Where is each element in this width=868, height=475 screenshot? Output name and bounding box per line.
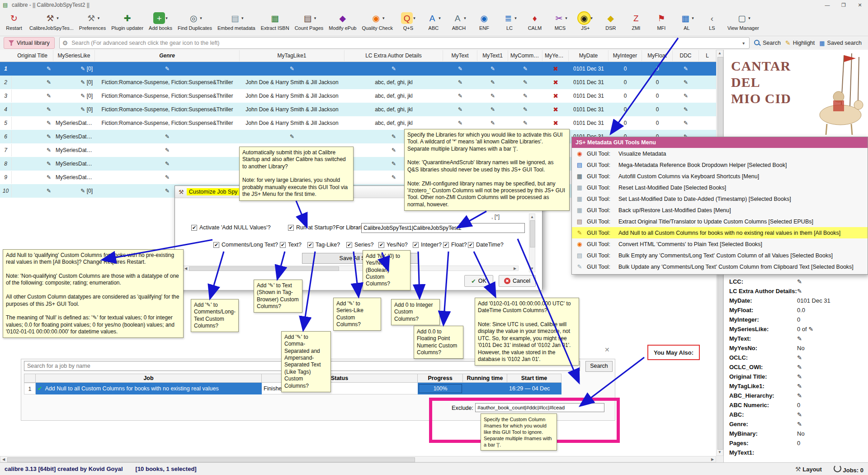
column-header[interactable]: Start time [507, 374, 561, 383]
toolbar-item-mcs[interactable]: ✂▾MCS [548, 11, 572, 31]
checkbox-comments-long-text[interactable]: ✔Comments/Long Text? [213, 242, 278, 248]
checkbox-float[interactable]: ✔Float? [443, 242, 467, 248]
toolbar-item-embed-metadata[interactable]: ▤▾Embed metadata [215, 11, 258, 31]
table-row[interactable]: 3✎✎ [0]Fiction:Romance-Suspense, Fiction… [0, 89, 716, 103]
table-row[interactable]: 2✎✎ [0]Fiction:Romance-Suspense, Fiction… [0, 76, 716, 89]
jobs-indicator[interactable]: Jobs: 0 [834, 465, 863, 474]
toolbar-item-lc[interactable]: ≣▾LC [497, 11, 522, 31]
menu-item-convert-html-comments-to-plain-text-sele[interactable]: ◉GUI Tool:Convert HTML 'Comments' to Pla… [572, 238, 868, 250]
column-header[interactable]: L [699, 50, 716, 61]
toolbar-item-calibrejobspytes[interactable]: ⚒▾CalibreJobSpyTes... [27, 11, 76, 31]
menu-item-bulk-update-any-comments-long-text-custo[interactable]: ✎GUI Tool:Bulk Update any 'Comments/Long… [572, 261, 868, 272]
toolbar-item-abch[interactable]: A▾ABCH [447, 11, 471, 31]
checkbox-series[interactable]: ✔Series? [346, 242, 373, 248]
gear-icon[interactable]: ⚙ [62, 39, 68, 47]
column-header[interactable]: MyDate [569, 50, 609, 61]
toolbar-item-zmi[interactable]: ZZMI [624, 11, 648, 31]
run-at-startup-checkbox[interactable]: ✔ Run at Startup? [288, 224, 336, 231]
toolbar-item-preferences[interactable]: ⚒▾Preferences [77, 11, 108, 31]
menu-item-visualize-metadata[interactable]: ◉GUI Tool:Visualize Metadata [572, 148, 868, 159]
toolbar-item-abc[interactable]: A▾ABC [421, 11, 446, 31]
checkbox-checked-icon: ✔ [307, 242, 313, 248]
toolbar-item-dsr[interactable]: ◆DSR [599, 11, 623, 31]
virtual-library-button[interactable]: Virtual library [4, 37, 55, 49]
menu-item-icon: ▤ [576, 218, 583, 225]
column-header[interactable] [24, 374, 36, 383]
jobs-close-icon[interactable]: ✕ [604, 346, 610, 353]
toolbar-item-label: MCS [555, 25, 566, 31]
toolbar-item-plugin-updater[interactable]: ✚Plugin updater [109, 11, 146, 31]
checkbox-tag-like[interactable]: ✔Tag-Like? [307, 242, 340, 248]
minimize-button[interactable]: — [819, 0, 835, 10]
toolbar-item-ls[interactable]: ‹LS [700, 11, 724, 31]
menu-item-bulk-empty-any-comments-long-text-custom[interactable]: ▤GUI Tool:Bulk Empty any 'Comments/Long … [572, 250, 868, 261]
toolbar-item-modify-epub[interactable]: ◆Modify ePub [326, 11, 359, 31]
checkbox-text[interactable]: ✔Text? [280, 242, 302, 248]
toolbar-item-extract-isbn[interactable]: ▦Extract ISBN [259, 11, 292, 31]
menu-item-reset-last-modified-date-selected-books[interactable]: ▦GUI Tool:Reset Last-Modified Date [Sele… [572, 182, 868, 193]
column-header[interactable]: MyText1 [477, 50, 508, 61]
book-list-hscrollbar[interactable]: ◀ ▶ [0, 456, 716, 462]
toolbar-item-enf[interactable]: ◉ENF [472, 11, 496, 31]
table-row[interactable]: 1✎✎ [0]✎✎✎✎✎✎✖0101 Dec 3100✎ [0, 62, 716, 76]
column-header[interactable]: Running time [463, 374, 507, 383]
table-row[interactable]: 5✎MySeriesData [1]Fiction:Romance-Suspen… [0, 116, 716, 130]
toolbar-item-label: Preferences [79, 25, 106, 31]
column-header[interactable]: MySeriesLike [53, 50, 95, 61]
menu-item-back-up-restore-last-modified-dates-menu[interactable]: ▦GUI Tool:Back up/Restore Last-Modified … [572, 204, 868, 216]
cell: 0101 Dec 31 [569, 117, 609, 129]
saved-search-button[interactable]: ▦ Saved search [819, 40, 862, 47]
column-header[interactable]: MyYesNo [542, 50, 569, 61]
menu-item-add-null-to-all-custom-columns-for-books[interactable]: ✎GUI Tool:Add Null to all Custom Columns… [572, 227, 868, 238]
column-header[interactable]: MyText [443, 50, 477, 61]
column-header[interactable]: DDC [673, 50, 699, 61]
maximize-button[interactable]: ❐ [835, 0, 852, 10]
menu-item-set-last-modified-date-to-date-added-tim[interactable]: ▦GUI Tool:Set Last-Modified Date to Date… [572, 193, 868, 204]
layout-button[interactable]: ⚒ Layout [795, 466, 822, 473]
search-input[interactable] [71, 39, 738, 47]
detail-row: LCC:✎ [729, 278, 863, 285]
menu-item-mega-metadata-reference-book-dropdown-he[interactable]: ▤GUI Tool:Mega-Metadata Reference Book D… [572, 159, 868, 171]
checkbox-yes-no[interactable]: ✔Yes/No? [378, 242, 408, 248]
toolbar-item-mfi[interactable]: ⚑MFI [649, 11, 674, 31]
column-header[interactable]: MyTagLike1 [240, 50, 344, 61]
checkbox-label: Tag-Like? [316, 242, 340, 248]
checkbox-datetime[interactable]: ✔DateTime? [468, 242, 504, 248]
toolbar-item-q-s[interactable]: Q▾Q+S [396, 11, 420, 31]
column-header[interactable]: MyInteger [609, 50, 642, 61]
dialog-vscrollbar[interactable]: ▲ ▼ [529, 214, 535, 272]
close-button[interactable]: ✕ [852, 0, 868, 10]
checkbox-integer[interactable]: ✔Integer? [413, 242, 442, 248]
saved-search-label: Saved search [827, 40, 862, 46]
table-row[interactable]: 4✎✎ [0]Fiction:Romance-Suspense, Fiction… [0, 103, 716, 116]
toolbar-item-calm[interactable]: ♦CALM [523, 11, 547, 31]
toolbar-item-count-pages[interactable]: ▤▾Count Pages [292, 11, 326, 31]
toolbar-item-al[interactable]: ▦▾AL [675, 11, 699, 31]
activate-add-null-checkbox[interactable]: ✔ Activate 'Add NULL Values'? [191, 224, 271, 231]
toolbar-item-quality-check[interactable]: ◉▾Quality Check [359, 11, 395, 31]
column-header[interactable]: MyFloat [642, 50, 673, 61]
toolbar-item-restart[interactable]: ↻Restart [2, 11, 26, 31]
menu-item-extract-original-title-translator-to-upd[interactable]: ▤GUI Tool:Extract Original Title/Transla… [572, 216, 868, 227]
column-header[interactable]: Progress [418, 374, 463, 383]
column-header[interactable]: MyComments [508, 50, 542, 61]
toolbar-item-view-manager[interactable]: ▢▾View Manager [725, 11, 761, 31]
column-header[interactable]: Job [36, 374, 262, 383]
column-header[interactable]: LC Extra Author Details [344, 50, 443, 61]
for-libraries-input[interactable] [361, 223, 525, 233]
ok-button[interactable]: ✔ OK [464, 275, 493, 287]
toolbar-item-js[interactable]: ◉▾JS+ [573, 11, 598, 31]
toolbar-item-find-duplicates[interactable]: ◎▾Find Duplicates [175, 11, 214, 31]
exclude-input[interactable] [475, 403, 604, 412]
toolbar-item-label: LS [709, 25, 715, 31]
highlight-button[interactable]: ✎ Highlight [785, 39, 815, 47]
dialog-hscrollbar[interactable]: ◀ ▶ [182, 266, 519, 271]
menu-item-autofill-custom-columns-via-keyboard-sho[interactable]: ▦GUI Tool:Autofill Custom Columns via Ke… [572, 171, 868, 182]
toolbar-item-add-books[interactable]: +▾Add books [146, 11, 175, 31]
search-button[interactable]: Search [754, 40, 781, 46]
column-header[interactable]: Genre [95, 50, 240, 61]
job-search-button[interactable]: Search [585, 361, 613, 372]
column-header[interactable]: Original Title [12, 50, 53, 61]
search-dropdown-icon[interactable]: ▾ [741, 41, 746, 46]
cancel-button[interactable]: ✖ Cancel [499, 275, 536, 287]
